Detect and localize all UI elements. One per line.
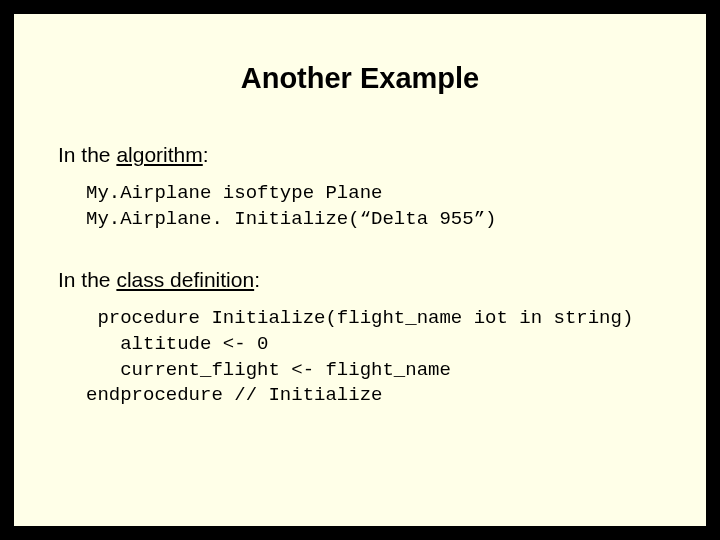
section1-underlined: algorithm: [116, 143, 202, 166]
slide: Another Example In the algorithm: My.Air…: [12, 12, 708, 528]
section-heading-algorithm: In the algorithm:: [58, 143, 662, 167]
section2-underlined: class definition: [116, 268, 254, 291]
code-block-algorithm: My.Airplane isoftype Plane My.Airplane. …: [86, 181, 662, 232]
section2-lead: In the: [58, 268, 116, 291]
section1-lead: In the: [58, 143, 116, 166]
code-block-classdef: procedure Initialize(flight_name iot in …: [86, 306, 662, 409]
section2-tail: :: [254, 268, 260, 291]
slide-frame: Another Example In the algorithm: My.Air…: [0, 0, 720, 540]
section1-tail: :: [203, 143, 209, 166]
section-heading-classdef: In the class definition:: [58, 268, 662, 292]
slide-title: Another Example: [58, 62, 662, 95]
